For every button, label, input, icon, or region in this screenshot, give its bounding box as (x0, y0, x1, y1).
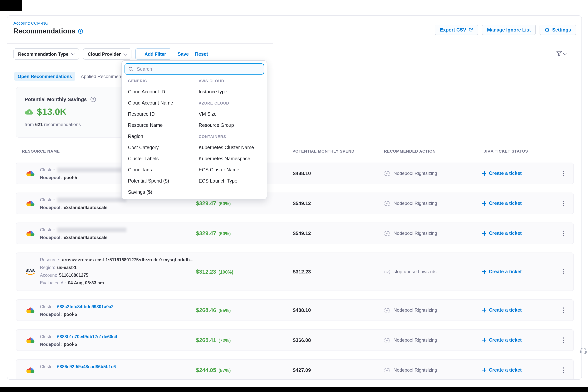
filter-option[interactable]: VM Size (199, 109, 264, 120)
filter-option[interactable]: Potential Spend ($) (128, 176, 199, 187)
plus-icon (482, 270, 486, 274)
external-link-icon (469, 28, 473, 32)
cluster-link[interactable]: 688c2fefc84fbdc99801a0a2 (57, 304, 114, 310)
savings-amount: $265.41 (196, 337, 216, 343)
create-ticket-button[interactable]: Create a ticket (482, 171, 522, 176)
kebab-menu-button[interactable] (561, 199, 565, 208)
create-ticket-button[interactable]: Create a ticket (482, 308, 522, 313)
col-header-resource-name: RESOURCE NAME (22, 149, 60, 153)
kebab-menu-button[interactable] (561, 169, 565, 178)
filter-option[interactable]: ECS Cluster Name (199, 164, 264, 176)
savings-from-line: from 621 recommendations (24, 122, 81, 127)
create-ticket-label: Create a ticket (489, 308, 522, 313)
create-ticket-button[interactable]: Create a ticket (482, 269, 522, 274)
resource-line-label: Evaluated At: (40, 280, 66, 286)
plus-icon (482, 308, 486, 312)
recommendation-type-filter[interactable]: Recommendation Type (14, 48, 79, 60)
filter-option[interactable]: Cloud Account Name (128, 98, 199, 109)
action-cell: Nodepool Rightsizing (384, 230, 437, 236)
filter-search-input[interactable] (136, 66, 260, 72)
account-breadcrumb[interactable]: Account: CCM-NG (14, 21, 48, 25)
savings-percent: (60%) (218, 231, 231, 236)
filter-option[interactable]: Region (128, 131, 199, 142)
filter-option[interactable]: Cost Category (128, 142, 199, 153)
filter-option[interactable]: Cloud Tags (128, 164, 199, 176)
filter-option[interactable]: Cloud Account ID (128, 86, 199, 98)
plus-icon (482, 201, 486, 206)
filter-option[interactable]: Resource Name (128, 120, 199, 131)
kebab-menu-button[interactable] (561, 229, 565, 238)
filter-option[interactable]: Cluster Labels (128, 153, 199, 164)
recommended-action: stop-unused-aws-rds (394, 269, 436, 274)
table-row: Cluster:6888b1c70e49db17c1de60c4Nodepool… (16, 329, 574, 351)
redacted-value (57, 198, 126, 202)
kebab-menu-button[interactable] (561, 366, 565, 374)
resource-line-value: 04 Aug, 06:33 am (68, 280, 104, 286)
manage-ignore-list-button[interactable]: Manage Ignore List (482, 24, 536, 35)
settings-label: Settings (552, 27, 571, 32)
action-cell: stop-unused-aws-rds (384, 269, 436, 274)
create-ticket-button[interactable]: Create a ticket (482, 368, 522, 373)
spend-value: $366.08 (293, 337, 311, 343)
settings-button[interactable]: ⚙ Settings (540, 24, 576, 35)
add-filter-button[interactable]: + Add Filter (135, 48, 172, 60)
filter-option[interactable]: Resource ID (128, 109, 199, 120)
tab-open-recommendations[interactable]: Open Recommendations (14, 72, 76, 81)
rightsizing-icon (384, 308, 390, 313)
filter-option[interactable]: Instance type (199, 86, 264, 98)
reset-filter-button[interactable]: Reset (195, 51, 208, 57)
table-row: Cluster:6886e92f59a48cad86b5b1c6 $244.05… (16, 359, 574, 380)
cluster-link[interactable]: 6888b1c70e49db17c1de60c4 (57, 334, 117, 340)
filter-panel-toggle[interactable] (556, 51, 566, 56)
save-filter-button[interactable]: Save (178, 51, 189, 57)
info-icon[interactable] (78, 29, 83, 34)
resource-line-value: e2standar4autoscale (64, 204, 108, 210)
chevron-down-icon (124, 52, 128, 55)
recommended-action: Nodepool Rightsizing (394, 200, 437, 206)
create-ticket-label: Create a ticket (489, 368, 522, 373)
filter-column-right: AWS CLOUDInstance typeAZURE CLOUDVM Size… (199, 75, 264, 198)
savings-percent: (60%) (218, 201, 231, 206)
resource-details: Cluster:6886e92f59a48cad86b5b1c6 (40, 364, 116, 370)
filter-option[interactable]: Resource Group (199, 120, 264, 131)
redacted-value (57, 168, 126, 172)
action-cell: Nodepool Rightsizing (384, 338, 437, 343)
help-icon[interactable]: ? (90, 96, 96, 102)
kebab-menu-button[interactable] (561, 268, 565, 276)
kebab-menu-button[interactable] (561, 336, 565, 344)
resource-line-value: 511616801275 (59, 272, 88, 278)
filter-section-header: GENERIC (128, 75, 199, 86)
savings-cell: $329.47 (60%) (196, 200, 231, 206)
plus-icon (482, 368, 486, 372)
filter-option[interactable]: ECS Launch Type (199, 176, 264, 187)
filter-option[interactable]: Savings ($) (128, 187, 199, 198)
rightsizing-icon (384, 368, 390, 372)
table-row: Cluster:688c2fefc84fbdc99801a0a2Nodepool… (16, 300, 574, 321)
savings-percent: (100%) (218, 270, 233, 275)
create-ticket-label: Create a ticket (489, 230, 522, 236)
kebab-menu-button[interactable] (561, 306, 565, 314)
cluster-link[interactable]: 6886e92f59a48cad86b5b1c6 (57, 364, 116, 370)
create-ticket-button[interactable]: Create a ticket (482, 338, 522, 343)
rightsizing-icon (384, 338, 390, 342)
filter-option[interactable]: Kubernetes Cluster Name (199, 142, 264, 153)
create-ticket-button[interactable]: Create a ticket (482, 200, 522, 206)
savings-amount: $244.05 (196, 367, 216, 373)
cloud-provider-filter[interactable]: Cloud Provider (83, 48, 132, 60)
create-ticket-label: Create a ticket (489, 171, 522, 176)
gcp-logo-icon (24, 306, 36, 314)
table-row: Cluster:Nodepool:pool-5 $488.10 Nodepool… (16, 162, 574, 184)
export-csv-button[interactable]: Export CSV (435, 24, 478, 35)
resource-line-label: Nodepool: (40, 204, 62, 210)
create-ticket-label: Create a ticket (489, 338, 522, 343)
table-row: Cluster:Nodepool:e2standar4autoscale $32… (16, 192, 574, 214)
resource-details: Cluster:Nodepool:e2standar4autoscale (40, 197, 126, 210)
create-ticket-button[interactable]: Create a ticket (482, 230, 522, 236)
chevron-down-icon (563, 51, 567, 55)
savings-cell: $265.41 (72%) (196, 337, 231, 343)
filter-option[interactable]: Kubernetes Namespace (199, 153, 264, 164)
support-headset-icon[interactable] (580, 347, 587, 354)
recommended-action: Nodepool Rightsizing (394, 368, 437, 373)
resource-line-label: Nodepool: (40, 311, 62, 318)
recommendation-type-label: Recommendation Type (18, 51, 68, 57)
